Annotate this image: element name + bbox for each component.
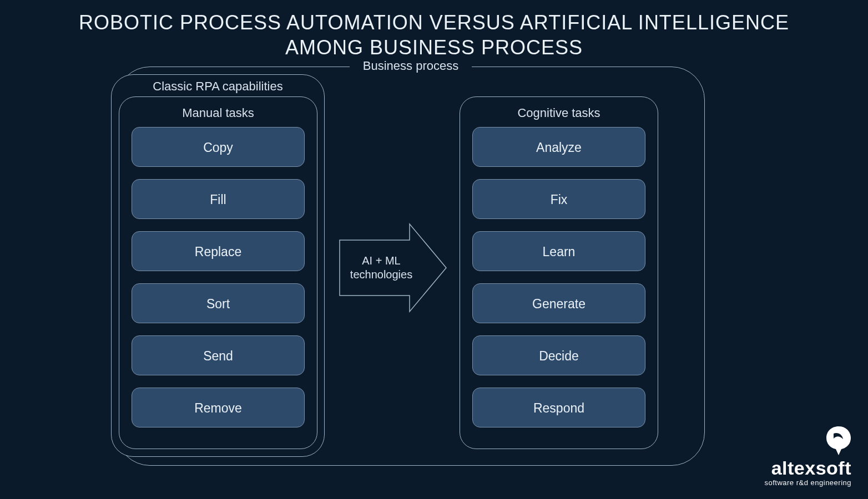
manual-task-pill: Fill [132,179,305,219]
classic-rpa-label: Classic RPA capabilities [112,75,324,94]
manual-tasks-title: Manual tasks [128,106,308,120]
brand-name: altexsoft [764,459,851,477]
cognitive-task-pill: Fix [472,179,645,219]
manual-task-pill: Copy [132,127,305,167]
brand-logo: altexsoft software r&d engineering [764,426,851,487]
manual-tasks-panel: Manual tasks Copy Fill Replace Sort Send… [119,96,317,449]
cognitive-task-pill: Learn [472,231,645,271]
arrow-block: AI + ML technologies [337,221,448,315]
arrow-label: AI + ML technologies [337,221,421,315]
manual-task-pill: Remove [132,388,305,427]
manual-task-pill: Send [132,335,305,375]
cognitive-tasks-panel: Cognitive tasks Analyze Fix Learn Genera… [460,96,658,449]
cognitive-tasks-title: Cognitive tasks [469,106,649,120]
business-process-label: Business process [350,59,472,73]
manual-task-pill: Sort [132,283,305,323]
logo-icon [826,426,851,455]
diagram-title: ROBOTIC PROCESS AUTOMATION VERSUS ARTIFI… [0,10,868,60]
brand-tagline: software r&d engineering [764,478,851,487]
cognitive-task-pill: Decide [472,335,645,375]
manual-task-pill: Replace [132,231,305,271]
cognitive-task-pill: Analyze [472,127,645,167]
cognitive-task-pill: Respond [472,388,645,427]
cognitive-task-pill: Generate [472,283,645,323]
